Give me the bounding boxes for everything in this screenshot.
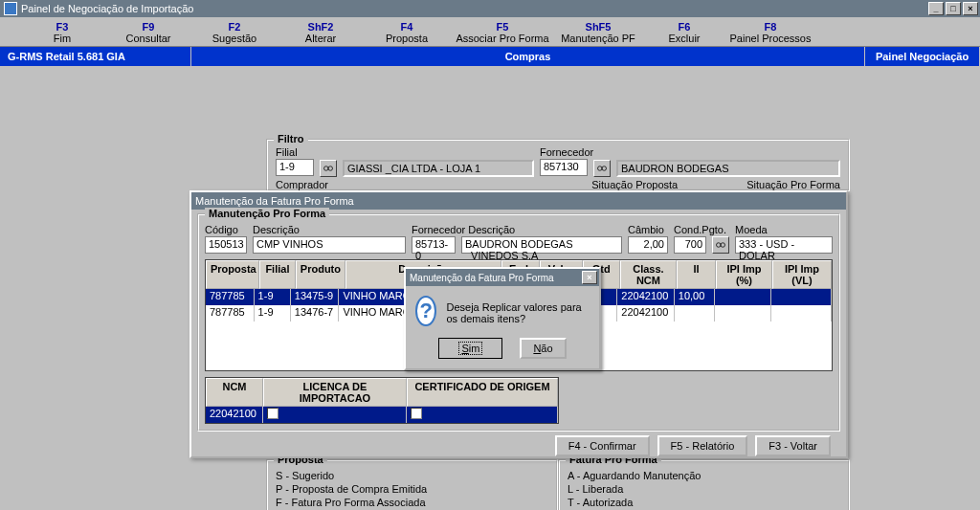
fornecedor-label: Fornecedor <box>540 146 588 158</box>
table-row[interactable]: 22042100 <box>206 407 558 423</box>
confirmar-button[interactable]: F4 - Confirmar <box>555 435 650 456</box>
legend-item: F - Fatura Pro Forma Associada <box>276 496 548 509</box>
main-window: Painel de Negociação de Importação _ □ ×… <box>0 0 980 510</box>
sit-proposta-label: Situação Proposta <box>591 179 678 190</box>
col-licenca: LICENCA DE IMPORTACAO <box>263 378 407 407</box>
filial-name-display: GIASSI _CIA LTDA - LOJA 1 <box>343 160 534 177</box>
fkey-f8-processos[interactable]: F8Painel Processos <box>727 21 813 44</box>
binoculars-icon <box>323 163 334 174</box>
svg-point-3 <box>602 166 607 171</box>
moeda-label: Moeda <box>735 224 833 235</box>
window-title: Painel de Negociação de Importação <box>21 3 193 14</box>
codigo-input[interactable]: 150513 <box>205 236 247 254</box>
filtro-legend: Filtro <box>274 133 308 144</box>
col-ipi-pct: IPI Imp (%) <box>716 260 772 289</box>
col-proposta: Proposta <box>206 260 259 289</box>
svg-point-2 <box>598 166 603 171</box>
certificado-checkbox[interactable] <box>411 408 422 419</box>
licenca-checkbox[interactable] <box>267 408 278 419</box>
comprador-label: Comprador <box>276 179 333 190</box>
cambio-input[interactable]: 2,00 <box>628 236 668 254</box>
legend-item: P - Proposta de Compra Emitida <box>276 482 548 496</box>
binoculars-icon <box>596 163 608 174</box>
filial-code-input[interactable]: 1-9 <box>276 159 314 176</box>
svg-point-0 <box>324 166 329 171</box>
context-app: G-RMS Retail 5.681 GIA <box>0 47 191 66</box>
filtro-group: Filtro Filial 1-9 GIASSI _CIA LTDA - LOJ… <box>266 139 850 191</box>
col-ipi-vl: IPI Imp (VL) <box>772 260 832 289</box>
context-screen: Painel Negociação <box>865 47 980 66</box>
maximize-button[interactable]: □ <box>946 2 961 15</box>
col-ncm: Class. NCM <box>620 260 677 289</box>
function-key-bar: F3Fim F9Consultar F2Sugestão ShF2Alterar… <box>0 17 980 47</box>
msgbox-title: Manutenção da Fatura Pro Forma <box>410 273 554 283</box>
condpgto-label: Cond.Pgto. <box>674 224 706 235</box>
forn-name-input[interactable]: BAUDRON BODEGAS _VINEDOS S.A <box>461 236 622 254</box>
svg-point-4 <box>717 243 722 248</box>
legend-item: T - Autorizada <box>568 496 840 509</box>
app-icon <box>4 2 17 15</box>
ncm-grid[interactable]: NCM LICENCA DE IMPORTACAO CERTIFICADO DE… <box>205 377 559 424</box>
nao-button[interactable]: Não <box>520 338 566 359</box>
fkey-f6-excluir[interactable]: F6Excluir <box>641 21 727 44</box>
fkey-shf2-alterar[interactable]: ShF2Alterar <box>278 21 364 44</box>
moeda-input[interactable]: 333 - USD - DOLAR <box>735 236 833 254</box>
status-legend-box: Proposta S - Sugerido P - Proposta de Co… <box>266 459 850 510</box>
msgbox-titlebar: Manutenção da Fatura Pro Forma × <box>406 269 599 286</box>
condpgto-search-button[interactable] <box>712 236 729 254</box>
fkey-shf5-manutencao[interactable]: ShF5Manutenção PF <box>555 21 641 44</box>
fkey-f5-associar[interactable]: F5Associar Pro Forma <box>450 21 555 44</box>
fkey-f2-sugestao[interactable]: F2Sugestão <box>191 21 278 44</box>
svg-point-5 <box>721 243 725 248</box>
descricao-label: Descrição <box>253 224 406 235</box>
context-module: Compras <box>191 47 865 66</box>
col-certificado: CERTIFICADO DE ORIGEM <box>407 378 558 407</box>
legend-item: S - Sugerido <box>276 469 548 482</box>
descricao-input[interactable]: CMP VINHOS <box>253 236 406 254</box>
cambio-label: Câmbio <box>628 224 668 235</box>
question-icon: ? <box>415 296 436 326</box>
close-button[interactable]: × <box>963 2 978 15</box>
msgbox-text: Deseja Replicar valores para os demais i… <box>446 296 590 324</box>
col-filial: Filial <box>259 260 296 289</box>
col-produto: Produto <box>296 260 345 289</box>
svg-point-1 <box>328 166 333 171</box>
fornecedor-code-input[interactable]: 857130 <box>540 159 588 176</box>
fornecedor-name-display: BAUDRON BODEGAS <box>616 160 840 177</box>
col-ii: II <box>677 260 716 289</box>
dialog-title: Manutenção da Fatura Pro Forma <box>195 195 354 207</box>
fkey-f3-fim[interactable]: F3Fim <box>19 21 105 44</box>
filial-search-button[interactable] <box>320 160 337 177</box>
condpgto-input[interactable]: 700 <box>674 236 706 254</box>
fornecedor-search-button[interactable] <box>593 160 611 177</box>
confirm-msgbox: Manutenção da Fatura Pro Forma × ? Desej… <box>404 267 601 370</box>
msgbox-close-button[interactable]: × <box>582 271 597 284</box>
binoculars-icon <box>715 239 726 251</box>
fkey-f4-proposta[interactable]: F4Proposta <box>364 21 450 44</box>
context-bar: G-RMS Retail 5.681 GIA Compras Painel Ne… <box>0 47 980 66</box>
codigo-label: Código <box>205 224 247 235</box>
legend-item: A - Aguardando Manutenção <box>568 469 840 482</box>
window-titlebar: Painel de Negociação de Importação _ □ × <box>0 0 980 17</box>
sim-button[interactable]: Sim <box>438 338 502 359</box>
legend-item: L - Liberada <box>568 482 840 496</box>
relatorio-button[interactable]: F5 - Relatório <box>657 435 748 456</box>
sit-proforma-label: Situação Pro Forma <box>746 179 840 190</box>
forn-desc-label: Fornecedor Descrição <box>412 224 456 235</box>
fkey-f9-consultar[interactable]: F9Consultar <box>105 21 191 44</box>
voltar-button[interactable]: F3 - Voltar <box>755 435 831 456</box>
col-ncm: NCM <box>206 378 263 407</box>
grid-header: NCM LICENCA DE IMPORTACAO CERTIFICADO DE… <box>206 378 558 407</box>
forn-code-input[interactable]: 85713-0 <box>412 236 456 254</box>
filial-label: Filial <box>276 146 314 158</box>
groupbox-legend: Manutenção Pro Forma <box>205 208 329 219</box>
minimize-button[interactable]: _ <box>928 2 944 15</box>
